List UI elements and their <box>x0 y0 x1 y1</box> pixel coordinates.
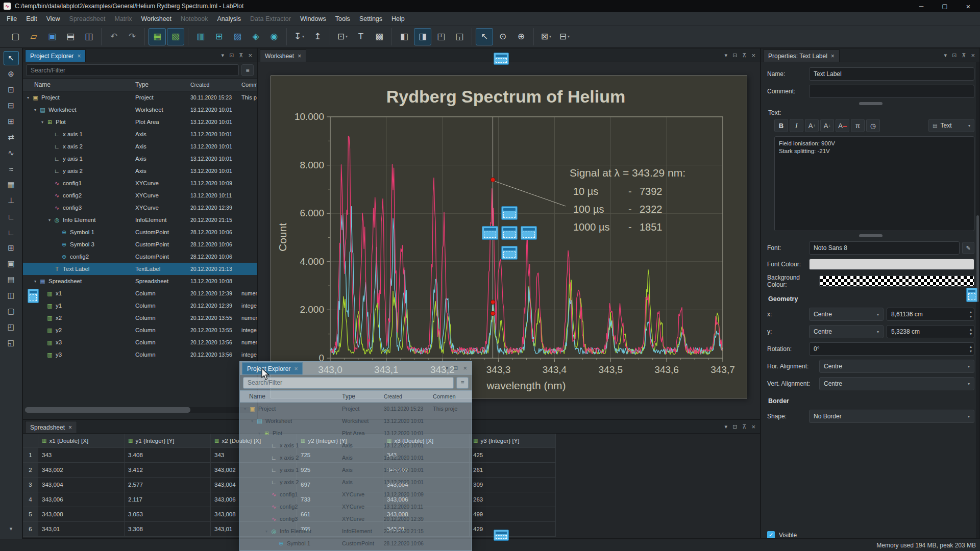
new-datapicker-button[interactable]: ◈ <box>247 28 264 45</box>
tree-item-symbol-1[interactable]: ⊕Symbol 1CustomPoint28.12.2020 10:06 <box>23 226 257 238</box>
print-preview-button[interactable]: ◫ <box>80 28 97 45</box>
add-legend-button[interactable]: ∟ <box>4 225 19 239</box>
pin-icon[interactable]: ⊼ <box>742 52 746 59</box>
tree-item-x-axis-2[interactable]: ∟x axis 2Axis13.12.2020 10:01 <box>23 140 257 153</box>
float-icon[interactable]: ⊡ <box>453 365 458 371</box>
zoom-x-select-mode-button[interactable]: ⊟ <box>4 98 19 113</box>
menu-worksheet[interactable]: Worksheet <box>137 13 177 24</box>
tree-item-x-axis-1[interactable]: ∟x axis 1Axis13.12.2020 10:01 <box>240 439 472 452</box>
dock-menu-icon[interactable]: ▾ <box>725 423 728 430</box>
cell[interactable]: 343,006 <box>38 492 125 507</box>
tree-item-symbol-3[interactable]: ⊕Symbol 3CustomPoint28.12.2020 10:06 <box>23 238 257 251</box>
row-number[interactable]: 5 <box>23 507 38 522</box>
spinner-arrows-icon[interactable]: ▴▾ <box>970 327 972 336</box>
search-input[interactable] <box>26 64 239 76</box>
expander-icon[interactable]: ▾ <box>249 419 255 423</box>
float-icon[interactable]: ⊡ <box>952 52 957 59</box>
tree-item-config3[interactable]: ∿config3XYCurve20.12.2020 12:39 <box>240 513 472 525</box>
close-icon[interactable]: × <box>751 423 755 431</box>
background-colour-swatch[interactable] <box>819 276 974 287</box>
cell[interactable]: 429 <box>470 522 556 537</box>
expander-icon[interactable]: ▾ <box>32 108 38 112</box>
column-header-type[interactable]: Type <box>135 81 190 88</box>
dock-menu-icon[interactable]: ▾ <box>944 52 947 59</box>
tree-item-y2[interactable]: ▥y2Column20.12.2020 13:55integer da <box>23 324 257 336</box>
more-tools-button[interactable]: ◱ <box>4 336 19 350</box>
row-number[interactable]: 6 <box>23 522 38 537</box>
menu-view[interactable]: View <box>42 13 65 24</box>
new-worksheet-button[interactable]: ▥ <box>192 28 209 45</box>
menu-data-extractor[interactable]: Data Extractor <box>246 13 296 24</box>
x-mode-select[interactable]: Centre ▾ <box>809 308 884 321</box>
expander-icon[interactable]: ▾ <box>256 431 262 436</box>
navigate-mode-button[interactable]: ⊕ <box>512 28 530 45</box>
pan-mode-button[interactable]: ⇄ <box>4 130 19 144</box>
row-number[interactable]: 1 <box>23 448 38 463</box>
tree-item-y1[interactable]: ▥y1Column20.12.2020 12:39integer da <box>23 299 257 312</box>
cell[interactable]: 343,004 <box>38 478 125 492</box>
tree-item-symbol-1[interactable]: ⊕Symbol 1CustomPoint28.12.2020 10:06 <box>240 537 472 549</box>
cell[interactable]: 3.408 <box>125 448 211 463</box>
close-icon[interactable]: × <box>77 53 81 60</box>
row-number[interactable]: 4 <box>23 492 38 507</box>
menu-spreadsheet[interactable]: Spreadsheet <box>65 13 110 24</box>
comment-field[interactable] <box>809 85 974 98</box>
font-field[interactable] <box>809 241 960 255</box>
dock-menu-icon[interactable]: ▾ <box>446 365 449 371</box>
zoom-select-y-button[interactable]: ⊟▾ <box>556 28 573 45</box>
column-header-y3-integer-y[interactable]: ▥y3 {Integer} [Y] <box>470 434 556 448</box>
zoom-y-select-mode-button[interactable]: ⊞ <box>4 114 19 129</box>
tree-item-worksheet[interactable]: ▾▤WorksheetWorksheet13.12.2020 10:01 <box>23 104 257 116</box>
cell[interactable]: 425 <box>470 448 556 463</box>
insert-datetime-button[interactable]: ◷ <box>866 119 880 132</box>
redo-button[interactable]: ↷ <box>124 28 141 45</box>
tab-spreadsheet[interactable]: Spreadsheet × <box>25 421 77 433</box>
menu-settings[interactable]: Settings <box>355 13 387 24</box>
close-icon[interactable]: × <box>248 52 252 59</box>
cell[interactable]: 2.117 <box>125 492 211 507</box>
add-text-element-button[interactable]: ▤ <box>4 272 19 287</box>
cell[interactable]: 309 <box>470 478 556 492</box>
pin-icon[interactable]: ⊼ <box>742 423 746 430</box>
column-header-created[interactable]: Created <box>190 82 241 88</box>
expander-icon[interactable]: ▾ <box>25 95 31 100</box>
add-plot-button[interactable]: ⊡▾ <box>334 28 351 45</box>
close-button[interactable]: × <box>957 0 980 12</box>
corner-cell[interactable] <box>23 434 38 448</box>
tree-item-x3[interactable]: ▥x3Column20.12.2020 13:56numerical <box>23 336 257 348</box>
open-project-button[interactable]: ▱ <box>25 28 42 45</box>
undo-button[interactable]: ↶ <box>105 28 122 45</box>
float-icon[interactable]: ⊡ <box>732 52 737 59</box>
close-icon[interactable]: × <box>298 53 301 60</box>
tab-project-explorer[interactable]: Project Explorer × <box>25 49 86 62</box>
add-image-element-button[interactable]: ▣ <box>4 257 19 271</box>
tree-item-worksheet[interactable]: ▾▤WorksheetWorksheet13.12.2020 10:01 <box>240 415 472 427</box>
x-value-spinner[interactable]: 8,61136 cm ▴▾ <box>887 308 974 321</box>
pin-icon[interactable]: ⊼ <box>239 52 243 59</box>
tree-item-info-element[interactable]: ▾◎Info ElementInfoElement20.12.2020 21:1… <box>240 525 472 537</box>
font-colour-swatch[interactable] <box>809 259 974 270</box>
cell[interactable]: 343 <box>38 448 125 463</box>
close-icon[interactable]: × <box>831 53 835 60</box>
tree-item-y-axis-2[interactable]: ∟y axis 2Axis13.12.2020 10:01 <box>240 476 472 488</box>
new-workbook-button[interactable]: ▦ <box>149 28 166 45</box>
add-plot-area-button[interactable]: ⊞ <box>4 241 19 255</box>
column-header-x1-double-x[interactable]: ▥x1 {Double} [X] <box>38 434 125 448</box>
tree-item-config3[interactable]: ∿config3XYCurve20.12.2020 12:39 <box>23 202 257 214</box>
export-button[interactable]: ↥ <box>309 28 326 45</box>
tree-item-spreadsheet[interactable]: ▾▦SpreadsheetSpreadsheet13.12.2020 10:08 <box>23 275 257 287</box>
tree-item-project[interactable]: ▾▣ProjectProject30.11.2020 15:23This pro… <box>240 403 472 415</box>
cell[interactable]: 499 <box>470 507 556 522</box>
close-icon[interactable]: × <box>463 364 467 372</box>
new-matrix-button[interactable]: ⊞ <box>210 28 228 45</box>
dock-menu-icon[interactable]: ▾ <box>725 52 728 59</box>
colour-maps-button[interactable]: ◉ <box>265 28 283 45</box>
tree-item-config2[interactable]: ⊕config2CustomPoint28.12.2020 10:06 <box>23 251 257 263</box>
column-header-y1-integer-y[interactable]: ▥y1 {Integer} [Y] <box>125 434 211 448</box>
pin-icon[interactable]: ⊼ <box>962 52 966 59</box>
close-icon[interactable]: × <box>971 52 975 59</box>
add-equation-curve-button[interactable]: ≈ <box>4 162 19 176</box>
add-vertical-axis-button[interactable]: ⊥ <box>4 193 19 208</box>
tree-item-project[interactable]: ▾▣ProjectProject30.11.2020 15:23This pro… <box>23 91 257 104</box>
close-icon[interactable]: × <box>751 52 755 59</box>
